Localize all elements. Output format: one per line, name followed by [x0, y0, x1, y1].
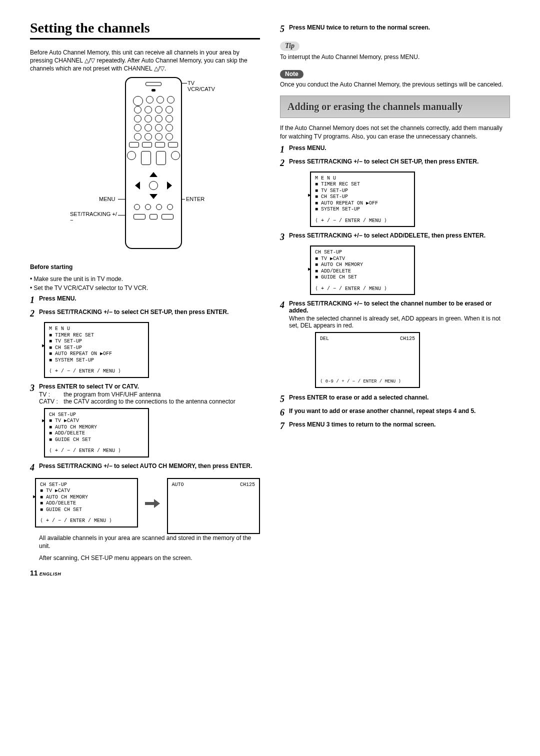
right-step-5: 5 Press ENTER to erase or add a selected…: [280, 394, 510, 404]
step-number: 1: [280, 144, 289, 155]
before-item-2: • Set the TV VCR/CATV selector to TV VCR…: [30, 284, 260, 292]
menu-screen-2: CH SET-UP ▶ ■ TV ▶CATV ■ AUTO CH MEMORY …: [44, 408, 149, 458]
step4-note-2: After scanning, CH SET-UP menu appears o…: [39, 554, 260, 562]
step-number: 2: [30, 308, 39, 319]
tip-badge: Tip: [280, 42, 300, 51]
right-step-4: 4 Press SET/TRACKING +/− to select the c…: [280, 300, 510, 329]
page-footer: 11 ENGLISH: [30, 569, 260, 577]
menu-screen-1: M E N U ■ TIMER REC SET ■ TV SET-UP ▶ ■ …: [44, 322, 149, 378]
left-step-1: 1 Press MENU.: [30, 295, 260, 306]
right-step-3: 3 Press SET/TRACKING +/− to select ADD/D…: [280, 232, 510, 242]
intro-text: Before Auto Channel Memory, this unit ca…: [30, 48, 260, 73]
right-step-7: 7 Press MENU 3 times to return to the no…: [280, 421, 510, 432]
step-number: 1: [30, 295, 39, 306]
arrow-right-icon: [145, 499, 160, 508]
auto-scan-screen: AUTO CH125: [167, 478, 260, 534]
tip-text: To interrupt the Auto Channel Memory, pr…: [280, 53, 510, 61]
left-step-3: 3 Press ENTER to select TV or CATV. TV :…: [30, 383, 260, 405]
step-number: 4: [280, 300, 289, 329]
note-text: Once you conduct the Auto Channel Memory…: [280, 80, 510, 88]
label-enter: ENTER: [186, 196, 204, 202]
del-screen: DEL CH125 ⟨ 0-9 / + / − / ENTER / MENU ⟩: [315, 332, 420, 388]
step-number: 5: [280, 24, 289, 34]
step-number: 2: [280, 158, 289, 168]
section-intro: If the Auto Channel Memory does not set …: [280, 124, 510, 140]
left-step-4: 4 Press SET/TRACKING +/− to select AUTO …: [30, 462, 260, 473]
remote-diagram: TV VCR/CATV MENU ENTER SET/TRACKING +/−: [70, 77, 220, 257]
title-underline: [30, 38, 260, 40]
menu-screen-r2: CH SET-UP ■ TV ▶CATV ■ AUTO CH MEMORY ▶ …: [310, 246, 415, 295]
before-item-1: • Make sure the unit is in TV mode.: [30, 275, 260, 283]
left-step-2: 2 Press SET/TRACKING +/− to select CH SE…: [30, 308, 260, 319]
menu-screen-3: CH SET-UP ■ TV ▶CATV ▶ ■ AUTO CH MEMORY …: [35, 478, 138, 528]
right-step-2: 2 Press SET/TRACKING +/− to select CH SE…: [280, 158, 510, 168]
label-set-tracking: SET/TRACKING +/−: [70, 211, 120, 223]
menu-screen-r1: M E N U ■ TIMER REC SET ■ TV SET-UP ▶ ■ …: [310, 172, 415, 228]
step-number: 7: [280, 421, 289, 432]
right-step-6: 6 If you want to add or erase another ch…: [280, 408, 510, 418]
menu-pair: CH SET-UP ■ TV ▶CATV ▶ ■ AUTO CH MEMORY …: [35, 475, 260, 534]
page-title: Setting the channels: [30, 20, 260, 36]
step-number: 3: [280, 232, 289, 242]
step-number: 6: [280, 408, 289, 418]
note-badge: Note: [280, 70, 304, 78]
label-tv-vcr-catv: TV VCR/CATV: [188, 80, 220, 92]
step4-note-1: All available channels in your area are …: [39, 534, 260, 550]
step-number: 4: [30, 462, 39, 473]
step-number: 5: [280, 394, 289, 404]
before-starting-heading: Before starting: [30, 263, 260, 271]
label-menu: MENU: [99, 196, 115, 202]
right-step-1: 1 Press MENU.: [280, 144, 510, 155]
step-number: 3: [30, 383, 39, 405]
right-step-5-top: 5 Press MENU twice to return to the norm…: [280, 24, 510, 34]
section-heading: Adding or erasing the channels manually: [280, 96, 510, 118]
remote-body: [125, 77, 182, 249]
